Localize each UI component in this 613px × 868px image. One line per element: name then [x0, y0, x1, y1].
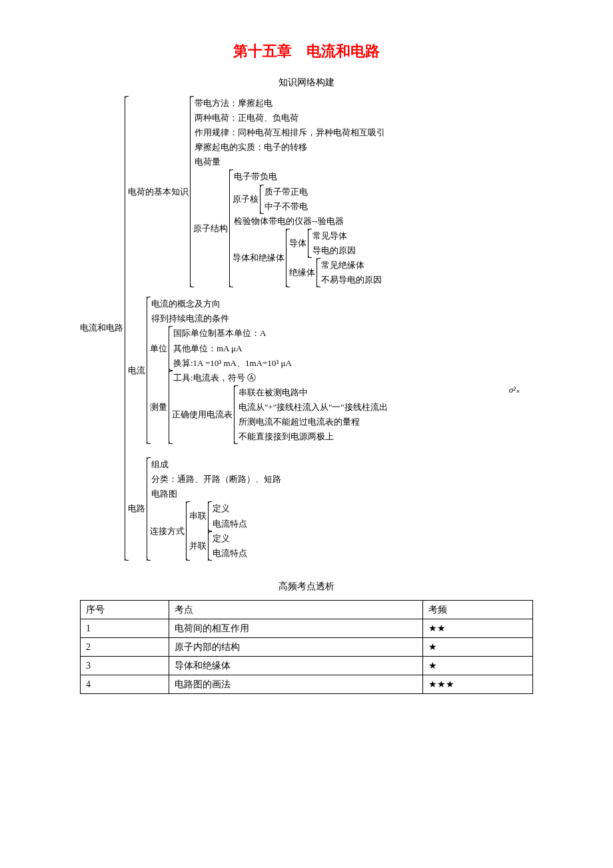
cell-freq: ★★: [422, 619, 532, 637]
cell-num: 4: [81, 675, 169, 693]
nonconduct-reason: 不易导电的原因: [320, 273, 383, 287]
cell-point: 导体和绝缘体: [169, 656, 422, 675]
table-row: 4 电路图的画法 ★★★: [81, 675, 533, 693]
cell-freq: ★★★: [422, 675, 532, 693]
conduct-reason: 导电的原因: [311, 243, 357, 258]
charge-types: 两种电荷：正电荷、负电荷: [193, 111, 386, 125]
knowledge-network-subtitle: 知识网络构建: [80, 75, 533, 89]
section-current-label: 电流: [128, 363, 147, 378]
cell-point: 原子内部的结构: [169, 637, 422, 656]
table-row: 2 原子内部的结构 ★: [81, 637, 533, 656]
sigma-symbol: σ²ₓ: [509, 383, 520, 397]
current-concept: 电流的概念及方向: [150, 297, 389, 311]
parallel-label: 并联: [189, 539, 208, 553]
classification: 分类：通路、开路（断路）、短路: [150, 472, 283, 487]
neutron: 中子不带电: [263, 199, 309, 214]
cell-freq: ★: [422, 656, 532, 675]
header-freq: 考频: [422, 600, 532, 619]
charge-quantity: 电荷量: [193, 155, 386, 169]
series-def: 定义: [211, 501, 249, 516]
unit-conversion: 换算:1A =10³ mA、1mA=10³ μA: [172, 356, 293, 371]
charge-law: 作用规律：同种电荷互相排斥，异种电荷相互吸引: [193, 125, 386, 140]
cell-point: 电荷间的相互作用: [169, 619, 422, 637]
nucleus-label: 原子核: [233, 192, 260, 207]
common-conductor: 常见导体: [311, 229, 357, 243]
unit-label: 单位: [150, 341, 169, 356]
electron-negative: 电子带负电: [233, 169, 383, 184]
conductor-insulator-label: 导体和绝缘体: [233, 251, 286, 265]
proton: 质子带正电: [263, 185, 309, 199]
friction-essence: 摩擦起电的实质：电子的转移: [193, 140, 386, 155]
section-circuit-label: 电路: [128, 501, 147, 516]
section-charge-label: 电荷的基本知识: [128, 185, 190, 199]
table-title: 高频考点透析: [80, 579, 533, 593]
parallel-feature: 电流特点: [211, 546, 249, 561]
common-insulator: 常见绝缘体: [320, 258, 383, 273]
root-label: 电流和电路: [80, 321, 125, 335]
insulator-label: 绝缘体: [289, 265, 316, 280]
usage-label: 正确使用电流表: [172, 407, 234, 422]
conductor-label: 导体: [289, 236, 308, 251]
connect-label: 连接方式: [150, 524, 186, 539]
series-connect: 串联在被测电路中: [237, 385, 389, 400]
series-label: 串联: [189, 509, 208, 523]
cell-num: 3: [81, 656, 169, 675]
table-row: 3 导体和绝缘体 ★: [81, 656, 533, 675]
cell-freq: ★: [422, 637, 532, 656]
header-num: 序号: [81, 600, 169, 619]
header-point: 考点: [169, 600, 422, 619]
composition: 组成: [150, 457, 283, 472]
atom-structure-label: 原子结构: [193, 221, 229, 236]
circuit-diagram: 电路图: [150, 487, 283, 501]
frequency-table: 序号 考点 考频 1 电荷间的相互作用 ★★ 2 原子内部的结构 ★ 3 导体和…: [80, 600, 533, 694]
knowledge-tree: σ²ₓ 电流和电路 电荷的基本知识 带电方法：摩擦起电 两种电荷：正电荷、负电荷…: [80, 96, 533, 561]
cell-num: 1: [81, 619, 169, 637]
cell-point: 电路图的画法: [169, 675, 422, 693]
chapter-title: 第十五章 电流和电路: [80, 40, 533, 62]
series-feature: 电流特点: [211, 517, 249, 531]
table-row: 1 电荷间的相互作用 ★★: [81, 619, 533, 637]
measure-label: 测量: [150, 400, 169, 415]
parallel-def: 定义: [211, 531, 249, 546]
charge-method: 带电方法：摩擦起电: [193, 96, 386, 111]
other-units: 其他单位：mA μA: [172, 341, 293, 356]
range-limit: 所测电流不能超过电流表的量程: [237, 415, 389, 429]
table-header-row: 序号 考点 考频: [81, 600, 533, 619]
si-unit: 国际单位制基本单位：A: [172, 326, 293, 341]
continuous-current: 得到持续电流的条件: [150, 311, 389, 326]
tool-ammeter: 工具:电流表，符号 Ⓐ: [172, 371, 389, 385]
terminal-flow: 电流从"+"接线柱流入从"一"接线柱流出: [237, 400, 389, 415]
no-direct-connect: 不能直接接到电源两极上: [237, 429, 389, 444]
electroscope: 检验物体带电的仪器--验电器: [233, 214, 383, 229]
cell-num: 2: [81, 637, 169, 656]
